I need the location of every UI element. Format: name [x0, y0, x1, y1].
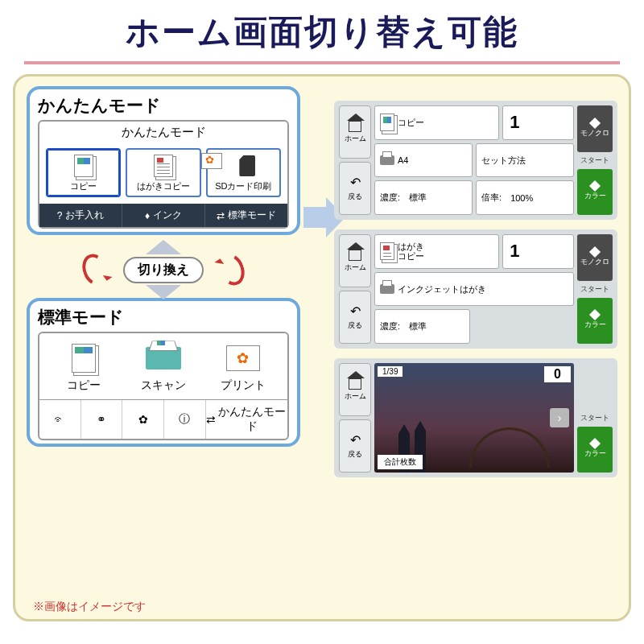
scanner-icon	[124, 341, 204, 375]
std-copy-button[interactable]: コピー	[44, 341, 124, 393]
ink-button[interactable]: ♦インク	[122, 204, 205, 227]
diamond-icon	[589, 309, 601, 320]
side-nav: ホーム ↶戻る	[339, 234, 371, 344]
triangle-down-icon	[146, 285, 181, 299]
standard-mode-title: 標準モード	[38, 306, 289, 328]
printer-icon	[380, 284, 394, 294]
link-button[interactable]: ⚭	[81, 400, 123, 439]
hagaki-header: はがきコピー	[374, 234, 499, 269]
simple-mode-screen: かんたんモード コピー はがきコピー SDカード印刷	[38, 120, 289, 229]
sd-label: SDカード印刷	[215, 181, 271, 191]
swap-icon: ⇄	[206, 413, 216, 426]
sd-icon	[209, 153, 278, 179]
copy-header: コピー	[374, 105, 499, 140]
hagaki-icon	[129, 153, 197, 179]
switch-indicator: 切り換え	[27, 242, 300, 298]
back-button[interactable]: ↶戻る	[339, 419, 371, 473]
container: かんたんモード かんたんモード コピー はがきコピー SDカード印刷	[13, 74, 631, 621]
wifi-button[interactable]: ᯤ	[39, 400, 81, 439]
next-photo-button[interactable]: ›	[550, 408, 569, 427]
std-scan-button[interactable]: スキャン	[124, 341, 204, 393]
pager-label: 1/39	[378, 366, 402, 377]
standard-bottom-bar: ᯤ ⚭ ✿ ⓘ ⇄かんたんモード	[39, 399, 287, 439]
paper-button[interactable]: A4	[374, 143, 473, 178]
color-start-button[interactable]: カラー	[577, 169, 613, 216]
back-icon: ↶	[350, 175, 361, 190]
swap-icon: ⇄	[217, 210, 225, 221]
color-start-button[interactable]: カラー	[577, 427, 613, 473]
photo-actions: スタート カラー	[577, 363, 613, 473]
home-icon	[349, 250, 361, 261]
maintenance-button[interactable]: ?お手入れ	[39, 204, 122, 227]
color-start-button[interactable]: カラー	[577, 298, 613, 345]
hagaki-density-button[interactable]: 濃度: 標準	[374, 309, 470, 344]
start-label: スタート	[577, 155, 613, 166]
cycle-arrow-left-icon	[78, 250, 112, 289]
media-button[interactable]: インクジェットはがき	[374, 272, 574, 307]
hagaki-copy-button[interactable]: はがきコピー	[126, 148, 200, 197]
back-button[interactable]: ↶戻る	[339, 291, 371, 344]
back-button[interactable]: ↶戻る	[339, 162, 371, 215]
home-icon	[349, 378, 361, 390]
start-label: スタート	[577, 413, 613, 423]
back-icon: ↶	[350, 432, 361, 448]
density-button[interactable]: 濃度: 標準	[374, 180, 473, 215]
cycle-arrow-right-icon	[215, 250, 249, 289]
standard-mode-screen: コピー スキャン ✿ プリント ᯤ ⚭ ✿ ⓘ ⇄かんた	[38, 332, 289, 440]
side-nav: ホーム ↶戻る	[339, 363, 371, 473]
home-button[interactable]: ホーム	[339, 105, 371, 159]
simple-mode-panel: かんたんモード かんたんモード コピー はがきコピー SDカード印刷	[27, 86, 300, 235]
screen-header: かんたんモード	[39, 122, 287, 143]
side-nav: ホーム ↶戻る	[339, 105, 371, 215]
diamond-icon	[589, 118, 601, 129]
mono-start-button[interactable]: モノクロ	[577, 105, 613, 152]
photo-preview[interactable]: 1/39 0 › 合計枚数	[374, 363, 574, 473]
info-button[interactable]: ⓘ	[164, 400, 206, 439]
title-underline	[24, 61, 620, 64]
gear-icon: ✿	[138, 413, 148, 426]
sd-print-button[interactable]: SDカード印刷	[206, 148, 281, 197]
copy-count[interactable]: 1	[502, 105, 574, 140]
back-icon: ↶	[350, 303, 361, 319]
copy-button[interactable]: コピー	[46, 148, 121, 197]
copy-main: コピー 1 A4 セット方法 濃度: 標準 倍率: 100%	[374, 105, 574, 215]
hagaki-doc-icon	[380, 242, 394, 260]
hagaki-actions: モノクロ スタート カラー	[577, 234, 613, 344]
triangle-up-icon	[146, 240, 181, 254]
chevron-right-icon: ›	[558, 411, 562, 424]
ratio-button[interactable]: 倍率: 100%	[476, 180, 574, 215]
copy-icon	[49, 153, 118, 179]
photo-count: 0	[544, 366, 571, 382]
right-column: ホーム ↶戻る コピー 1 A4 セット方法 濃度: 標準 倍率: 100% モ…	[334, 101, 617, 487]
mono-start-button[interactable]: モノクロ	[577, 234, 613, 281]
question-icon: ?	[57, 210, 63, 221]
hagaki-screen: ホーム ↶戻る はがきコピー 1 インクジェットはがき 濃度: 標準 モノクロ …	[334, 229, 617, 349]
home-button[interactable]: ホーム	[339, 363, 371, 416]
copy-screen: ホーム ↶戻る コピー 1 A4 セット方法 濃度: 標準 倍率: 100% モ…	[334, 101, 617, 220]
info-icon: ⓘ	[179, 412, 190, 427]
photo-icon: ✿	[203, 341, 283, 375]
std-print-button[interactable]: ✿ プリント	[203, 341, 283, 393]
settings-button[interactable]: ✿	[122, 400, 164, 439]
standard-mode-panel: 標準モード コピー スキャン ✿ プリント	[27, 298, 300, 447]
hagaki-label: はがきコピー	[137, 181, 190, 191]
wifi-icon: ᯤ	[54, 413, 65, 426]
link-icon: ⚭	[97, 413, 106, 426]
switch-pill: 切り換え	[123, 257, 204, 283]
home-button[interactable]: ホーム	[339, 234, 371, 287]
footnote: ※画像はイメージです	[33, 600, 146, 614]
simple-bottom-bar: ?お手入れ ♦インク ⇄標準モード	[39, 204, 287, 227]
std-switch-button[interactable]: ⇄かんたんモード	[206, 400, 287, 439]
left-column: かんたんモード かんたんモード コピー はがきコピー SDカード印刷	[27, 86, 300, 453]
diamond-icon	[589, 438, 601, 449]
home-icon	[349, 121, 361, 132]
hagaki-count[interactable]: 1	[502, 234, 574, 269]
photo-screen: ホーム ↶戻る 1/39 0 › 合計枚数 スタート カラー	[334, 358, 617, 477]
standard-buttons: コピー スキャン ✿ プリント	[39, 333, 287, 399]
switch-mode-button[interactable]: ⇄標準モード	[205, 204, 287, 227]
copy-actions: モノクロ スタート カラー	[577, 105, 613, 215]
doc-icon	[380, 114, 394, 131]
copy-label: コピー	[70, 181, 97, 191]
set-method-button[interactable]: セット方法	[476, 143, 574, 178]
total-count-label: 合計枚数	[378, 455, 423, 469]
